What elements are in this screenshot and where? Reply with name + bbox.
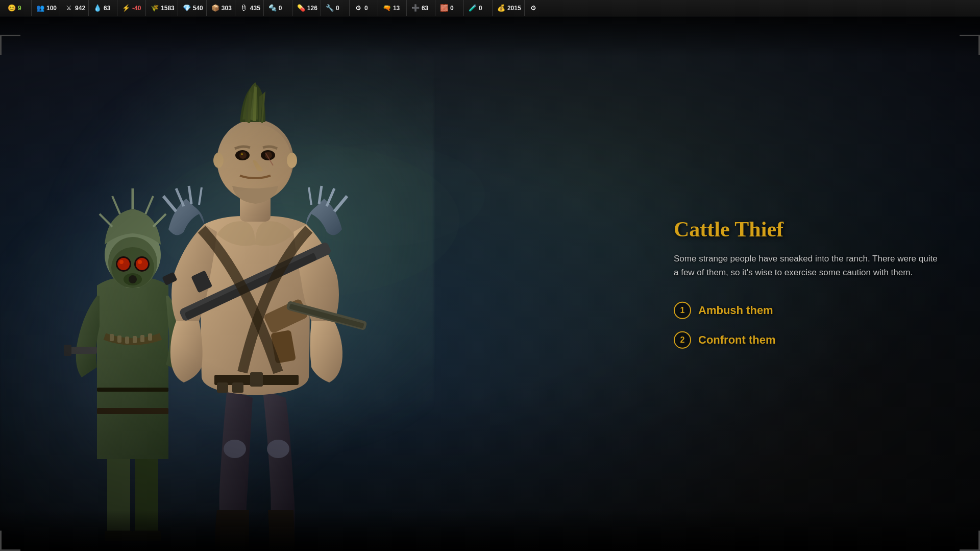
hud-item-scrap: 🔩0 (265, 0, 292, 16)
svg-point-34 (224, 440, 246, 458)
svg-point-61 (239, 152, 247, 159)
svg-rect-55 (232, 382, 243, 393)
hud-item-medkits: ➕63 (408, 0, 435, 16)
hud-icon-ammo: 📦 (211, 4, 220, 13)
corner-decoration-tr (960, 35, 980, 55)
choice-item-choice-2[interactable]: 2Confront them (674, 329, 939, 351)
ground-shadow (0, 510, 980, 551)
hud-icon-energy: ⚡ (121, 4, 131, 13)
scene: Cattle Thief Some strange people have sn… (0, 16, 980, 551)
hud-icon-food: 🌾 (150, 4, 159, 13)
hud-icon-water: 💧 (93, 4, 102, 13)
hud-value-scrap: 0 (279, 5, 289, 12)
hud-icon-soldiers: ⚔ (64, 4, 74, 13)
hud-icon-tools: 🔧 (325, 4, 334, 13)
choices-list: 1Ambush them2Confront them (674, 300, 939, 351)
hud-item-happiness: 😊9 (4, 0, 32, 16)
hud-value-population: 100 (46, 5, 57, 12)
story-panel: Cattle Thief Some strange people have sn… (674, 217, 939, 350)
svg-point-19 (119, 260, 124, 264)
svg-rect-30 (125, 337, 129, 344)
hud-icon-crystals: 💎 (182, 4, 191, 13)
svg-line-42 (319, 186, 322, 204)
hud-value-armor: 0 (450, 5, 460, 12)
hud-value-parts: 0 (364, 5, 375, 12)
choice-number-choice-2: 2 (674, 331, 691, 349)
hud-value-soldiers: 942 (75, 5, 85, 12)
hud-item-crystals: 💎540 (179, 0, 207, 16)
choice-text-choice-1: Ambush them (698, 304, 773, 317)
hud-icon-fuel: 🛢 (239, 4, 249, 13)
hud-item-energy: ⚡-40 (118, 0, 146, 16)
hud-item-fuel: 🛢435 (236, 0, 264, 16)
choice-item-choice-1[interactable]: 1Ambush them (674, 300, 939, 321)
hud-value-science: 0 (479, 5, 489, 12)
story-title: Cattle Thief (674, 217, 939, 241)
hud-value-energy: -40 (132, 5, 142, 12)
hud-icon-armor: 🧱 (439, 4, 449, 13)
hud-item-settings: ⚙ (526, 0, 541, 16)
hud-bar: 😊9👥100⚔942💧63⚡-40🌾1583💎540📦303🛢435🔩0💊126… (0, 0, 980, 16)
svg-line-37 (176, 188, 184, 206)
hud-item-armor: 🧱0 (436, 0, 464, 16)
svg-point-66 (287, 153, 297, 168)
hud-icon-population: 👥 (36, 4, 45, 13)
hud-icon-settings: ⚙ (529, 4, 538, 13)
hud-icon-currency: 💰 (497, 4, 506, 13)
svg-line-41 (327, 188, 334, 206)
hud-value-medicine: 126 (307, 5, 317, 12)
svg-line-39 (199, 187, 202, 205)
hud-icon-scrap: 🔩 (268, 4, 277, 13)
svg-line-38 (189, 186, 191, 204)
svg-rect-54 (217, 382, 228, 393)
hud-item-science: 🧪0 (465, 0, 493, 16)
svg-point-63 (241, 153, 243, 155)
hud-icon-medkits: ➕ (411, 4, 420, 13)
hud-item-currency: 💰2015 (494, 0, 525, 16)
hud-value-fuel: 435 (250, 5, 260, 12)
hud-value-crystals: 540 (193, 5, 203, 12)
hud-icon-weapons: 🔫 (382, 4, 391, 13)
top-shadow (0, 16, 980, 57)
svg-line-36 (163, 196, 176, 211)
svg-rect-53 (250, 372, 263, 387)
corner-decoration-tl (0, 35, 20, 55)
hud-item-food: 🌾1583 (147, 0, 178, 16)
svg-rect-28 (110, 334, 114, 341)
svg-point-65 (213, 153, 224, 168)
choice-text-choice-2: Confront them (698, 333, 776, 347)
hud-item-water: 💧63 (90, 0, 117, 16)
hud-value-food: 1583 (161, 5, 175, 12)
hud-value-happiness: 9 (18, 5, 28, 12)
hud-icon-medicine: 💊 (297, 4, 306, 13)
hud-item-population: 👥100 (33, 0, 60, 16)
hud-item-ammo: 📦303 (208, 0, 235, 16)
hud-value-medkits: 63 (422, 5, 432, 12)
svg-point-35 (267, 440, 289, 458)
choice-number-choice-1: 1 (674, 302, 691, 319)
main-character (133, 81, 378, 551)
hud-value-weapons: 13 (393, 5, 403, 12)
hud-item-parts: ⚙0 (351, 0, 378, 16)
hud-icon-science: 🧪 (468, 4, 477, 13)
svg-line-43 (309, 187, 311, 205)
hud-value-water: 63 (104, 5, 114, 12)
characters-area (31, 51, 449, 551)
hud-item-medicine: 💊126 (293, 0, 321, 16)
hud-item-weapons: 🔫13 (379, 0, 407, 16)
svg-line-26 (100, 214, 112, 227)
hud-item-soldiers: ⚔942 (61, 0, 89, 16)
hud-value-tools: 0 (336, 5, 346, 12)
hud-value-currency: 2015 (507, 5, 521, 12)
hud-item-tools: 🔧0 (322, 0, 350, 16)
svg-line-40 (334, 196, 347, 211)
hud-icon-parts: ⚙ (354, 4, 363, 13)
story-description: Some strange people have sneaked into th… (674, 251, 939, 279)
hud-value-ammo: 303 (222, 5, 232, 12)
svg-line-24 (112, 196, 120, 214)
corner-decoration-bl (0, 531, 20, 551)
corner-decoration-br (960, 531, 980, 551)
svg-point-17 (117, 258, 130, 270)
svg-rect-10 (64, 345, 71, 356)
hud-icon-happiness: 😊 (7, 4, 16, 13)
